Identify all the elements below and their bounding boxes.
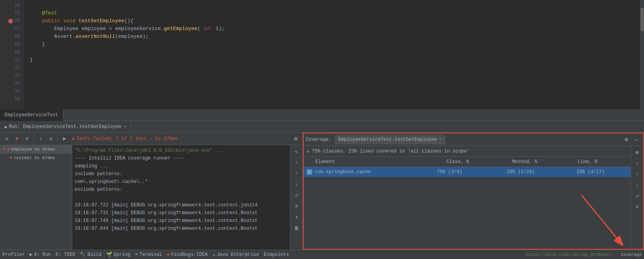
coverage-side-toolbar: ⊞ ↕ ↑ ↓ ⤢ ≡: [631, 146, 643, 249]
status-build[interactable]: 🔨 Build: [80, 252, 101, 257]
coverage-class-value-0: 75% (3/4): [434, 169, 504, 175]
run-panel: ↺ ■ ⊙ ↕ ⇅ ▶ ● Tests failed: 1 of 1 test …: [0, 133, 303, 250]
test-failed-badge: ● Tests failed: 1 of 1 test – 5s 870ms: [72, 136, 177, 142]
tree-item-employee[interactable]: ▼ ● Employee 5s 870ms: [0, 145, 72, 154]
coverage-method-value-0: 10% (1/10): [504, 169, 574, 175]
console-line-10: 19:18:07.749 [main] DEBUG org.springfram…: [75, 217, 288, 225]
status-run[interactable]: ▶ 4: Run: [30, 252, 51, 257]
stop-button[interactable]: ■: [13, 135, 21, 143]
line-33: 33: [0, 72, 20, 80]
coverage-toolbar: Coverage: EmployeeServiceTest.testGetEmp…: [304, 133, 643, 146]
console-area[interactable]: "C:\Program Files\Java\jdk1.8.0_131\bin\…: [72, 145, 290, 250]
console-line-5: com\.springboot\.cache\..*: [75, 178, 288, 186]
cov-side-btn-1[interactable]: ⊞: [632, 147, 642, 158]
status-url: https://blog.csdn.net/qq_31702847: [526, 252, 611, 257]
code-line-30: [23, 48, 644, 56]
status-spring[interactable]: 🌱 Spring: [106, 252, 131, 257]
run-side-btn-trash[interactable]: 🗑: [292, 223, 302, 233]
run-icon-status: ▶: [30, 252, 32, 257]
run-side-btn-3[interactable]: ↑: [292, 169, 302, 179]
cov-side-btn-5[interactable]: ⤢: [632, 191, 642, 201]
code-line-24: [23, 2, 644, 9]
coverage-tab-label: EmployeeServiceTest.testGetEmployee: [338, 137, 437, 142]
coverage-tab-close[interactable]: ×: [439, 137, 442, 142]
bottom-tabs: ▶ Run: EmployeeServiceTest.testGetEmploy…: [0, 121, 644, 133]
cov-side-btn-4[interactable]: ↓: [632, 180, 642, 190]
run-side-btn-7[interactable]: ⬇: [292, 212, 302, 222]
test-tree: ▼ ● Employee 5s 870ms ● testGet 5s 870ms: [0, 145, 72, 250]
test-status-text: Tests failed: 1 of 1 test – 5s 870ms: [76, 136, 177, 142]
coverage-row-0[interactable]: P com.springboot.cache 75% (3/4) 10% (1/…: [304, 167, 643, 177]
rerun-button[interactable]: ↺: [2, 135, 11, 143]
line-26[interactable]: 26: [0, 17, 20, 25]
code-line-32: [23, 64, 644, 72]
coverage-label: Coverage:: [306, 137, 331, 142]
coverage-element-cell-0: P com.springboot.cache: [304, 169, 434, 175]
status-java-enterprise[interactable]: ☕ Java Enterprise: [212, 252, 259, 257]
line-32: 32: [0, 64, 20, 72]
line-27: 27: [0, 25, 20, 33]
sort-button[interactable]: ⇅: [47, 135, 55, 143]
code-line-27: Employee employee = employeeService.getE…: [23, 25, 644, 33]
up-arrow-icon: ▲: [307, 149, 309, 154]
file-tab-employee-service-test[interactable]: EmployeeServiceTest: [0, 109, 63, 121]
code-line-25: @Test: [23, 9, 644, 17]
status-todo[interactable]: 6: TODO: [55, 252, 75, 257]
tree-fail-dot-employee: ●: [7, 147, 10, 152]
status-profiler[interactable]: Profiler: [2, 252, 25, 257]
status-terminal[interactable]: ⌨ Terminal: [135, 252, 162, 257]
console-line-1: "C:\Program Files\Java\jdk1.8.0_131\bin\…: [75, 147, 288, 154]
run-tab-close[interactable]: ×: [124, 124, 127, 129]
build-label: Build: [87, 252, 101, 257]
coverage-panel: Coverage: EmployeeServiceTest.testGetEmp…: [303, 133, 644, 250]
status-right: https://blog.csdn.net/qq_31702847 Covera…: [526, 252, 642, 257]
tree-item-testget[interactable]: ● testGet 5s 870ms: [0, 154, 72, 162]
run-toolbar: ↺ ■ ⊙ ↕ ⇅ ▶ ● Tests failed: 1 of 1 test …: [0, 133, 302, 145]
tab-run[interactable]: ▶ Run: EmployeeServiceTest.testGetEmploy…: [0, 121, 131, 132]
line-35: 35: [0, 87, 20, 95]
code-line-35: [23, 87, 644, 95]
sort-az-button[interactable]: ↕: [36, 135, 45, 143]
run-side-btn-6[interactable]: ≡: [292, 201, 302, 211]
coverage-tab-main[interactable]: EmployeeServiceTest.testGetEmployee ×: [335, 135, 445, 144]
cov-side-btn-6[interactable]: ≡: [632, 202, 642, 212]
pause-button[interactable]: ⊙: [23, 135, 31, 143]
coverage-status-label[interactable]: Coverage: [621, 252, 642, 257]
toolbar-separator-2: [57, 135, 58, 142]
console-line-8: 19:18:07.722 [main] DEBUG org.springfram…: [75, 201, 288, 209]
cov-side-btn-2[interactable]: ↕: [632, 158, 642, 169]
coverage-settings-button[interactable]: ⚙: [622, 135, 631, 144]
run-settings-button[interactable]: ⚙: [292, 135, 300, 143]
toolbar-separator-1: [34, 135, 34, 142]
tab-run-label: Run:: [9, 124, 20, 130]
run-side-btn-1[interactable]: ✎: [292, 147, 302, 157]
code-line-26: public void testGetEmployee(){: [23, 17, 644, 25]
line-25: 25: [0, 9, 20, 17]
code-line-34: [23, 80, 644, 87]
status-findbugs[interactable]: ● FindBugs-IDEA: [167, 252, 208, 257]
console-line-2: ---- IntelliJ IDEA coverage runner ----: [75, 154, 288, 162]
cov-side-btn-3[interactable]: ↑: [632, 169, 642, 179]
coverage-header-method: Method, %: [512, 159, 578, 165]
run-side-btn-5[interactable]: ⤢: [292, 190, 302, 200]
run-side-btn-2[interactable]: ↕: [292, 158, 302, 168]
run-side-btn-4[interactable]: ↓: [292, 179, 302, 190]
todo-label: 6: TODO: [55, 252, 75, 257]
status-left: Profiler ▶ 4: Run 6: TODO 🔨 Build 🌱 Spri…: [2, 252, 289, 257]
console-line-3: sampling ...: [75, 162, 288, 170]
file-tab-bar: EmployeeServiceTest: [0, 109, 644, 121]
run-side-toolbar: ✎ ↕ ↑ ↓ ⤢ ≡ ⬇ 🗑: [290, 145, 302, 250]
line-29: 29: [0, 41, 20, 48]
bottom-panel-content: ↺ ■ ⊙ ↕ ⇅ ▶ ● Tests failed: 1 of 1 test …: [0, 133, 644, 250]
spring-icon: 🌱: [106, 252, 112, 257]
tree-label-testget: testGet 5s 870ms: [14, 156, 55, 160]
coverage-header-element: Element: [304, 159, 447, 165]
next-button[interactable]: ▶: [60, 135, 69, 143]
status-endpoints[interactable]: Endpoints: [264, 252, 289, 257]
line-28: 28: [0, 33, 20, 41]
coverage-minimize-button[interactable]: —: [632, 135, 641, 144]
run-tab-test-label: EmployeeServiceTest.testGetEmployee: [23, 124, 122, 130]
terminal-icon: ⌨: [135, 252, 138, 257]
code-line-36: [23, 95, 644, 103]
build-icon: 🔨: [80, 252, 86, 257]
